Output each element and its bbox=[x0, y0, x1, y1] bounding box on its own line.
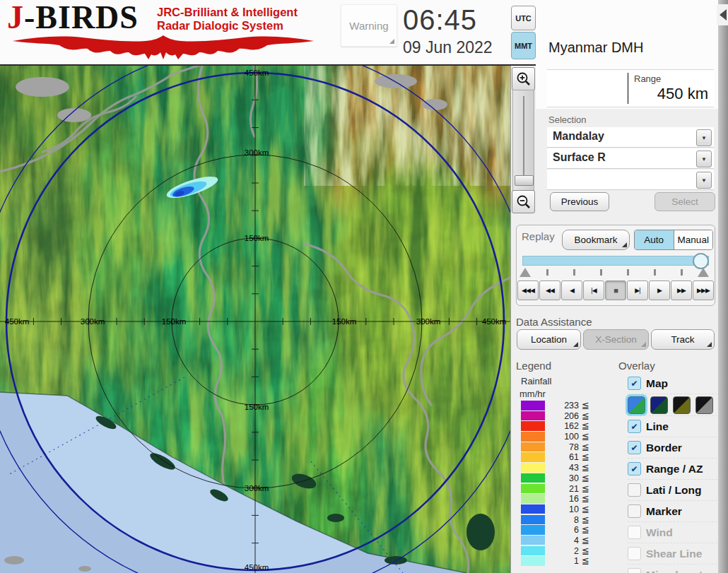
svg-text:150km: 150km bbox=[245, 234, 269, 242]
map-style-swatch-4[interactable] bbox=[695, 396, 713, 414]
replay-label: Replay bbox=[522, 230, 555, 242]
step-forward-button[interactable]: ▶| bbox=[627, 280, 648, 300]
overlay-item-wind[interactable]: Wind bbox=[628, 521, 717, 543]
checkbox-icon[interactable] bbox=[628, 483, 641, 497]
previous-button[interactable]: Previous bbox=[550, 192, 609, 211]
zoom-in-icon[interactable] bbox=[512, 67, 535, 90]
overlay-item-line[interactable]: ✔Line bbox=[628, 415, 717, 437]
auto-mode-button[interactable]: Auto bbox=[635, 230, 674, 249]
site-dropdown[interactable]: Mandalay ▼ bbox=[547, 127, 714, 148]
data-assistance-label: Data Assistance bbox=[516, 316, 592, 328]
clock-date: 09 Jun 2022 bbox=[403, 38, 493, 57]
forward-fast-button[interactable]: ▶▶ bbox=[671, 280, 692, 300]
replay-slider-handle[interactable] bbox=[693, 253, 709, 269]
checkbox-icon bbox=[628, 568, 641, 573]
legend-suffix: ≦ bbox=[582, 514, 589, 525]
eagle-icon bbox=[11, 34, 315, 61]
checkbox-icon bbox=[628, 547, 641, 560]
panel-collapse-strip[interactable] bbox=[718, 0, 728, 573]
range-display: Range 450 km bbox=[547, 69, 714, 107]
legend-value: 2 bbox=[549, 546, 579, 556]
legend-swatch bbox=[521, 401, 545, 410]
zoom-slider-thumb[interactable] bbox=[515, 175, 534, 186]
legend-value: 30 bbox=[549, 473, 579, 483]
x-section-button[interactable]: X-Section bbox=[583, 329, 649, 350]
play-button[interactable]: ▶ bbox=[649, 280, 670, 300]
site-dropdown-value: Mandalay bbox=[553, 130, 604, 143]
timeline-start-marker[interactable] bbox=[519, 268, 531, 277]
product-dropdown[interactable]: Surface R ▼ bbox=[547, 148, 714, 169]
legend-entry: 61≦ bbox=[521, 452, 599, 463]
legend-value: 43 bbox=[549, 463, 579, 473]
svg-text:300km: 300km bbox=[245, 484, 269, 492]
warning-button[interactable]: Warning bbox=[341, 4, 397, 47]
svg-text:300km: 300km bbox=[416, 317, 441, 326]
collapse-arrow-icon[interactable] bbox=[720, 9, 727, 20]
legend-suffix: ≦ bbox=[582, 483, 589, 494]
checkbox-checked-icon[interactable]: ✔ bbox=[628, 462, 641, 475]
forward-fastest-button[interactable]: ▶▶▶ bbox=[693, 280, 714, 300]
rewind-fastest-button[interactable]: ◀◀◀ bbox=[517, 280, 539, 300]
timezone-utc-button[interactable]: UTC bbox=[511, 6, 536, 30]
checkbox-checked-icon[interactable]: ✔ bbox=[628, 377, 641, 390]
svg-text:450km: 450km bbox=[245, 69, 269, 77]
zoom-out-icon[interactable] bbox=[512, 190, 535, 213]
checkbox-checked-icon[interactable]: ✔ bbox=[628, 441, 641, 454]
header-divider bbox=[0, 64, 536, 66]
replay-mode-toggle: Auto Manual bbox=[634, 230, 713, 250]
stop-button[interactable]: ■ bbox=[605, 280, 626, 300]
chevron-down-icon[interactable]: ▼ bbox=[696, 129, 712, 146]
dropdown-corner-icon bbox=[389, 39, 394, 44]
overlay-item-microburst[interactable]: Microburst bbox=[628, 564, 717, 573]
map-style-swatch-1[interactable] bbox=[628, 396, 645, 414]
legend-swatch bbox=[521, 556, 545, 566]
bookmark-button[interactable]: Bookmark bbox=[562, 230, 630, 250]
select-button[interactable]: Select bbox=[654, 192, 715, 211]
timezone-mmt-button[interactable]: MMT bbox=[511, 32, 536, 59]
play-reverse-button[interactable]: ◀ bbox=[561, 280, 582, 300]
overlay-item-shear-line[interactable]: Shear Line bbox=[628, 543, 717, 564]
legend-value: 61 bbox=[549, 452, 579, 462]
rewind-fast-button[interactable]: ◀◀ bbox=[539, 280, 560, 300]
svg-text:150km: 150km bbox=[162, 317, 187, 326]
overlay-item-range-az[interactable]: ✔Range / AZ bbox=[628, 458, 717, 479]
track-button[interactable]: Track bbox=[651, 329, 715, 350]
legend-entry: 100≦ bbox=[521, 432, 599, 442]
overlay-item-marker[interactable]: Marker bbox=[628, 500, 717, 521]
step-back-button[interactable]: |◀ bbox=[583, 280, 604, 300]
transport-controls: ◀◀◀◀◀◀|◀■▶|▶▶▶▶▶▶ bbox=[517, 280, 714, 300]
overlay-item-label: Lati / Long bbox=[646, 484, 701, 497]
checkbox-icon[interactable] bbox=[628, 504, 641, 518]
clock-time: 06:45 bbox=[403, 4, 477, 36]
zoom-slider-track[interactable] bbox=[512, 90, 534, 191]
map-style-selector bbox=[628, 394, 717, 415]
svg-text:450km: 450km bbox=[245, 563, 269, 572]
legend-swatch bbox=[521, 463, 545, 473]
timeline-end-marker[interactable] bbox=[698, 268, 709, 277]
chevron-down-icon[interactable]: ▼ bbox=[696, 150, 712, 167]
legend-entry: 21≦ bbox=[521, 484, 599, 495]
dropdown-corner-icon bbox=[707, 342, 712, 347]
radar-map[interactable]: 450km300km150km150km300km450km450km300km… bbox=[0, 66, 511, 573]
legend-suffix: ≦ bbox=[582, 410, 589, 421]
option-dropdown[interactable]: ▼ bbox=[547, 170, 714, 190]
map-style-swatch-3[interactable] bbox=[673, 396, 691, 414]
legend-swatch bbox=[521, 525, 545, 535]
legend-value: 21 bbox=[549, 484, 579, 494]
overlay-item-border[interactable]: ✔Border bbox=[628, 437, 717, 458]
map-style-swatch-2[interactable] bbox=[650, 396, 668, 414]
legend-swatch bbox=[521, 484, 545, 494]
dropdown-corner-icon bbox=[622, 242, 627, 247]
legend-suffix: ≦ bbox=[582, 420, 589, 431]
manual-mode-button[interactable]: Manual bbox=[674, 230, 713, 249]
replay-timeline-slider[interactable] bbox=[522, 256, 709, 266]
legend-suffix: ≦ bbox=[582, 524, 589, 535]
location-button[interactable]: Location bbox=[517, 329, 581, 350]
checkbox-checked-icon[interactable]: ✔ bbox=[628, 420, 641, 433]
overlay-item-lati-long[interactable]: Lati / Long bbox=[628, 479, 717, 500]
legend-entry: 4≦ bbox=[521, 536, 599, 546]
overlay-item-map[interactable]: ✔Map bbox=[628, 373, 717, 394]
chevron-down-icon[interactable]: ▼ bbox=[696, 172, 712, 189]
legend-value: 100 bbox=[549, 432, 579, 442]
rainfall-color-scale: 233≦206≦162≦100≦78≦61≦43≦30≦21≦16≦10≦8≦6… bbox=[521, 401, 599, 567]
